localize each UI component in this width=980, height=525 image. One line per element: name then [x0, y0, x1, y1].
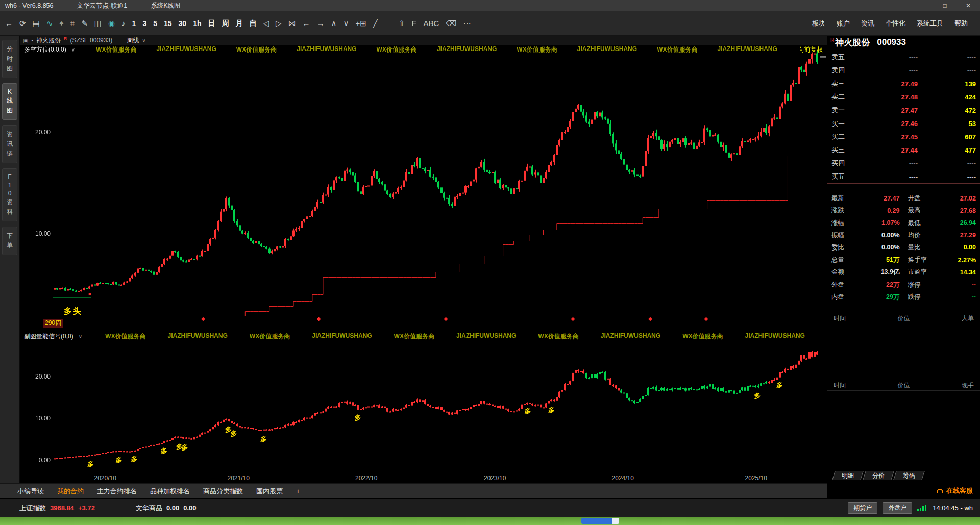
sub-indicator-label[interactable]: 副图量能信号(0,0) — [24, 332, 74, 341]
bottom-tab-weighted-rank[interactable]: 品种加权排名 — [150, 487, 190, 496]
price-adjust-label[interactable]: 向前复权 — [798, 45, 823, 54]
bottom-tab-editor-guide[interactable]: 小编导读 — [17, 487, 44, 496]
panel-tab-chips[interactable]: 筹码 — [893, 471, 925, 480]
order-row-9: 买五-------- — [827, 170, 980, 183]
stat-label: 均价 — [908, 231, 921, 240]
menu-help[interactable]: 帮助 — [954, 19, 968, 28]
main-indicator-label[interactable]: 多空方位(0,0,0) — [24, 45, 66, 54]
stat-cell: 开盘27.02 — [904, 194, 980, 203]
watermark-text: WX价值服务商 — [538, 332, 578, 341]
bottom-tab-main-contract-rank[interactable]: 主力合约排名 — [97, 487, 137, 496]
flag-tool-icon[interactable]: E — [412, 19, 417, 28]
period-day-button[interactable]: 日 — [208, 19, 215, 28]
app-title: wh6 - Ver6.8.856 — [5, 2, 54, 9]
watermark-text: JIAZHIFUWUSHANG — [601, 332, 660, 341]
menu-news[interactable]: 资讯 — [861, 19, 874, 28]
chart-symbol-market: (SZSE 000933) — [70, 37, 112, 44]
stat-value: -- — [972, 281, 976, 288]
period-3min-button[interactable]: 3 — [142, 19, 146, 28]
arrow-mark-icon[interactable]: ⇧ — [399, 19, 405, 28]
more-tools-icon[interactable]: ⋯ — [463, 19, 471, 28]
eraser-tool-icon[interactable]: ⌫ — [446, 19, 456, 28]
kline-style-icon[interactable]: ◫ — [94, 19, 102, 28]
panel-tab-price-dist[interactable]: 分价 — [863, 471, 894, 480]
stat-label: 最低 — [908, 219, 921, 228]
menu-sectors[interactable]: 板块 — [812, 19, 825, 28]
tab-order-entry[interactable]: 下单 — [2, 227, 17, 255]
futures-account-button[interactable]: 期货户 — [848, 502, 877, 514]
stat-cell: 均价27.29 — [904, 231, 980, 240]
pan-right-icon[interactable]: → — [317, 19, 325, 28]
minimize-button[interactable]: — — [910, 0, 933, 11]
order-price: 27.46 — [856, 120, 940, 128]
maximize-button[interactable]: □ — [933, 0, 957, 11]
period-5min-button[interactable]: 5 — [153, 19, 157, 28]
indicator-grid-icon[interactable]: ⌗ — [70, 19, 75, 28]
menu-account[interactable]: 账户 — [837, 19, 850, 28]
stat-value: 27.47 — [884, 195, 899, 202]
refresh-icon[interactable]: ⟳ — [19, 19, 26, 28]
column-header: 大单 — [962, 314, 974, 323]
bottom-tab-add[interactable]: + — [296, 487, 300, 495]
period-week-button[interactable]: 周 — [222, 19, 229, 28]
zoom-view-icon[interactable]: ◉ — [108, 19, 115, 28]
collapse-icon[interactable]: ∧ — [331, 19, 337, 28]
draw-tool-icon[interactable]: ✎ — [81, 19, 88, 28]
x-axis-label: 2025/10 — [745, 474, 767, 482]
server-node-label: 文华云节点-联通1 — [77, 2, 128, 10]
chart-tab-header[interactable]: ▣ • 神火股份 R (SZSE 000933) 周线 ∨ — [20, 36, 827, 45]
minute-chart-icon[interactable]: ∿ — [46, 19, 53, 28]
back-icon[interactable]: ← — [5, 19, 13, 28]
zoom-range-icon[interactable]: ⋈ — [288, 19, 296, 28]
expand-icon[interactable]: ∨ — [344, 19, 349, 28]
stat-cell: 振幅0.00% — [827, 231, 904, 240]
period-30min-button[interactable]: 30 — [179, 19, 187, 28]
panel-tab-details[interactable]: 明细 — [832, 471, 864, 480]
bottom-tab-my-contracts[interactable]: 我的合约 — [57, 487, 84, 496]
pan-left-icon[interactable]: ← — [303, 19, 310, 28]
bottom-tab-commodity-index[interactable]: 商品分类指数 — [203, 487, 243, 496]
sub-chart-canvas[interactable] — [20, 342, 827, 472]
product-index-change: 0.00 — [183, 504, 196, 512]
quote-board-icon[interactable]: ▤ — [33, 19, 40, 28]
stat-cell: 涨跌0.29 — [827, 206, 904, 215]
alert-bell-icon[interactable]: ♪ — [121, 19, 126, 28]
order-level-label: 卖四 — [831, 66, 856, 75]
main-chart-canvas[interactable] — [20, 45, 827, 331]
watermark-text: JIAZHIFUWUSHANG — [312, 332, 372, 341]
tab-kline-chart[interactable]: K线图 — [2, 83, 17, 120]
period-custom-button[interactable]: 自 — [250, 19, 257, 28]
hline-tool-icon[interactable]: — — [384, 19, 392, 28]
x-axis-label: 2024/10 — [612, 474, 634, 482]
tab-time-chart[interactable]: 分时图 — [2, 40, 17, 78]
period-15min-button[interactable]: 15 — [164, 19, 172, 28]
step-back-icon[interactable]: ◁ — [263, 19, 270, 28]
period-selector[interactable]: 周线 — [127, 36, 139, 45]
period-month-button[interactable]: 月 — [236, 19, 243, 28]
order-price: 27.45 — [856, 133, 940, 141]
overseas-account-button[interactable]: 外盘户 — [883, 502, 912, 514]
product-index-value: 0.00 — [166, 504, 179, 512]
step-forward-icon[interactable]: ▷ — [276, 19, 282, 28]
trendline-tool-icon[interactable]: ╱ — [373, 19, 378, 28]
close-button[interactable]: ✕ — [957, 0, 980, 11]
chart-symbol-name: 神火股份 — [36, 36, 61, 45]
main-price-chart: 多空方位(0,0,0) ∨ WX价值服务商JIAZHIFUWUSHANGWX价值… — [20, 45, 827, 331]
toolbar-menu-group: 板块账户资讯个性化系统工具帮助 — [812, 19, 975, 28]
period-1min-button[interactable]: 1 — [132, 19, 136, 28]
order-level-label: 卖五 — [831, 53, 856, 62]
stat-value: 0.29 — [887, 207, 899, 214]
menu-personalize[interactable]: 个性化 — [886, 19, 905, 28]
period-1h-button[interactable]: 1h — [193, 19, 201, 28]
menu-system-tools[interactable]: 系统工具 — [917, 19, 943, 28]
text-tool-icon[interactable]: ABC — [424, 19, 439, 28]
online-service-link[interactable]: 在线客服 — [946, 486, 973, 495]
tab-news-chain[interactable]: 资讯链 — [2, 125, 17, 163]
order-level-label: 卖二 — [831, 92, 856, 102]
crosshair-icon[interactable]: ⌖ — [59, 19, 63, 28]
order-volume: ---- — [940, 54, 976, 61]
bottom-tab-domestic-stocks[interactable]: 国内股票 — [256, 487, 283, 496]
window-controls: — □ ✕ — [910, 0, 980, 11]
tab-f10-data[interactable]: F10资料 — [2, 168, 17, 221]
add-indicator-icon[interactable]: +⊞ — [356, 19, 366, 28]
